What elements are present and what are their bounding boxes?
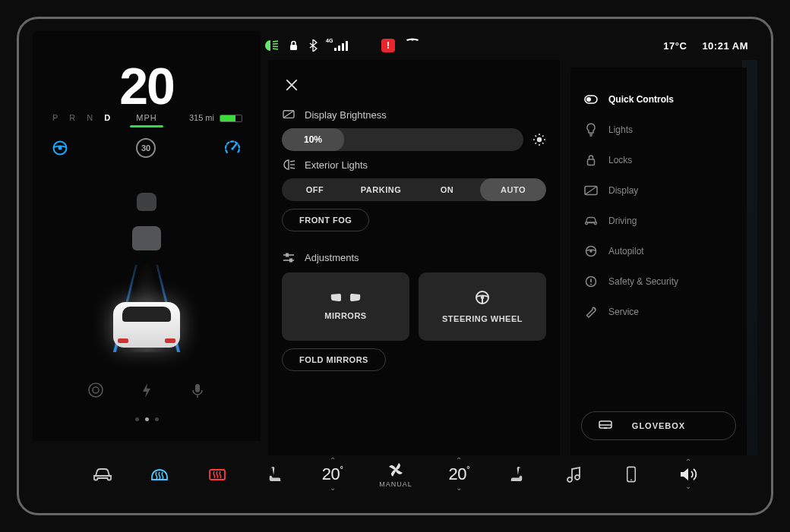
bluetooth-icon[interactable] <box>308 39 318 52</box>
gear-n: N <box>87 113 97 122</box>
lights-on-button[interactable]: ON <box>414 178 480 201</box>
svg-rect-15 <box>195 384 200 392</box>
svg-line-2 <box>273 44 278 45</box>
screen: ! 4G ! 17°C 10:21 AM <box>33 31 757 501</box>
speed-limit-value: 30 <box>141 143 150 153</box>
speed-value: 20 <box>33 60 261 112</box>
adjustments-section-label: Adjustments <box>305 252 359 263</box>
fold-mirrors-button[interactable]: FOLD MIRRORS <box>282 348 386 371</box>
gear-r: R <box>69 113 80 122</box>
defrost-rear-icon[interactable] <box>207 464 228 484</box>
sidebar-item-quick-controls[interactable]: Quick Controls <box>580 84 738 115</box>
tesla-logo-icon[interactable] <box>406 38 419 53</box>
brightness-slider[interactable]: 10% <box>282 128 523 151</box>
sidebar-label: Autopilot <box>608 246 644 257</box>
exterior-lights-section-label: Exterior Lights <box>305 159 368 171</box>
seat-heater-right-icon[interactable] <box>506 464 527 484</box>
cluster-pager[interactable] <box>33 411 261 424</box>
instrument-cluster: P R N D 20 MPH 315 mi 30 <box>33 31 261 441</box>
svg-line-1 <box>273 41 278 42</box>
sidebar-item-service[interactable]: Service <box>580 297 738 327</box>
charging-icon[interactable] <box>138 382 155 398</box>
cell-signal-icon: 4G <box>328 39 351 52</box>
lights-auto-button[interactable]: AUTO <box>480 178 546 201</box>
bulb-icon <box>584 124 598 136</box>
svg-point-53 <box>631 479 633 480</box>
sidebar-item-locks[interactable]: Locks <box>580 145 738 175</box>
device-frame: ! 4G ! 17°C 10:21 AM <box>17 17 773 515</box>
sidebar-item-autopilot[interactable]: Autopilot <box>580 236 738 266</box>
svg-point-46 <box>590 284 592 285</box>
climate-temp-right[interactable]: ⌃ 20° ⌄ <box>448 457 469 492</box>
sidebar-item-driving[interactable]: Driving <box>580 206 738 236</box>
autosteer-icon <box>52 140 68 156</box>
clock: 10:21 AM <box>702 40 748 52</box>
brightness-slider-thumb[interactable]: 10% <box>282 128 344 151</box>
svg-line-23 <box>536 136 537 137</box>
svg-line-25 <box>542 136 544 137</box>
regen-bar <box>130 125 163 127</box>
steering-wheel-icon <box>475 290 490 305</box>
brightness-icon[interactable] <box>532 133 546 146</box>
brightness-value: 10% <box>304 134 322 145</box>
lead-vehicle-icon <box>132 226 161 250</box>
svg-line-3 <box>273 46 278 47</box>
toggle-icon <box>584 93 598 105</box>
svg-point-14 <box>93 387 99 393</box>
steering-label: STEERING WHEEL <box>442 314 523 323</box>
sidebar-label: Safety & Security <box>608 276 678 287</box>
car-app-icon[interactable] <box>92 464 113 484</box>
climate-temp-left[interactable]: ⌃ 20° ⌄ <box>322 457 343 492</box>
sidebar-item-lights[interactable]: Lights <box>580 115 738 145</box>
glovebox-icon <box>599 420 612 431</box>
chevron-down-icon[interactable]: ⌄ <box>685 483 691 490</box>
steering-wheel-card[interactable]: STEERING WHEEL <box>419 272 546 341</box>
exterior-lights-segmented[interactable]: OFF PARKING ON AUTO <box>282 178 546 201</box>
temp-left-value: 20 <box>322 464 340 483</box>
svg-point-18 <box>537 137 542 142</box>
lights-parking-button[interactable]: PARKING <box>348 178 414 201</box>
mirrors-card[interactable]: MIRRORS <box>282 272 409 341</box>
chevron-up-icon[interactable]: ⌃ <box>330 457 336 464</box>
glovebox-label: GLOVEBOX <box>632 421 685 430</box>
info-icon <box>584 275 598 288</box>
mirror-right-icon <box>349 293 362 302</box>
fan-mode-label: MANUAL <box>379 480 412 488</box>
lead-vehicle-icon <box>137 193 156 211</box>
glovebox-button[interactable]: GLOVEBOX <box>581 411 736 440</box>
lock-icon[interactable] <box>289 40 298 51</box>
alert-badge-icon[interactable]: ! <box>381 39 395 52</box>
sidebar-item-safety-security[interactable]: Safety & Security <box>580 266 738 297</box>
voice-command-icon[interactable] <box>189 382 206 398</box>
volume-control[interactable]: ⌃ ⌄ <box>678 458 698 490</box>
seat-heater-left-icon[interactable] <box>264 464 286 484</box>
svg-line-26 <box>536 143 537 144</box>
phone-app-icon[interactable] <box>621 464 642 484</box>
fan-icon <box>387 461 404 478</box>
music-app-icon[interactable] <box>564 464 585 484</box>
headlights-icon <box>282 159 295 171</box>
lights-off-button[interactable]: OFF <box>282 178 348 201</box>
sidebar-label: Driving <box>608 216 637 226</box>
sidebar-label: Quick Controls <box>608 94 674 105</box>
sidebar-item-display[interactable]: Display <box>580 175 738 206</box>
climate-fan[interactable]: MANUAL <box>379 461 412 488</box>
bottom-dock: ⌃ 20° ⌄ MANUAL ⌃ 20° ⌄ ⌃ ⌄ <box>33 448 757 501</box>
chevron-up-icon[interactable]: ⌃ <box>456 457 462 464</box>
adjustments-icon <box>282 251 295 263</box>
dashcam-icon[interactable] <box>87 382 104 398</box>
chevron-up-icon[interactable]: ⌃ <box>685 458 691 466</box>
chevron-down-icon[interactable]: ⌄ <box>330 484 336 492</box>
driving-visualization[interactable] <box>63 170 230 352</box>
svg-rect-9 <box>346 41 348 51</box>
signal-label: 4G <box>326 38 333 43</box>
car-icon <box>584 215 598 227</box>
defrost-front-icon[interactable] <box>149 464 170 484</box>
tacc-icon <box>224 140 241 156</box>
sidebar-label: Locks <box>608 155 632 165</box>
front-fog-button[interactable]: FRONT FOG <box>282 209 369 231</box>
close-icon[interactable] <box>282 75 302 95</box>
mirror-left-icon <box>330 293 342 302</box>
svg-line-41 <box>585 187 597 195</box>
chevron-down-icon[interactable]: ⌄ <box>456 484 462 492</box>
